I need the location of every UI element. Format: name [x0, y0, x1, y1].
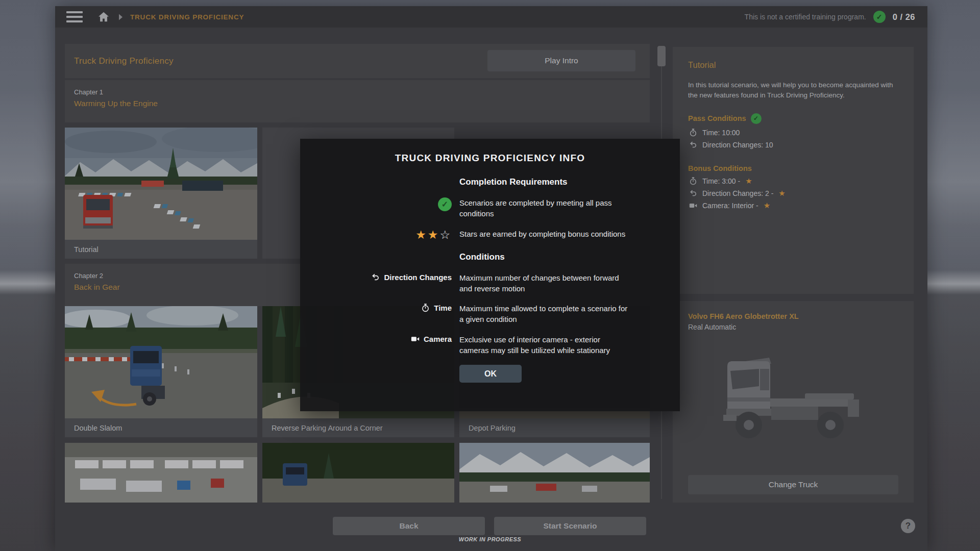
stopwatch-icon [421, 304, 430, 312]
stars-icon: ★★☆ [415, 229, 452, 241]
completion-row-text: Stars are earned by completing bonus con… [459, 229, 628, 241]
condition-label: Time [421, 303, 452, 312]
completion-row-text: Scenarios are completed by meeting all p… [459, 197, 628, 219]
direction-changes-icon [371, 273, 380, 282]
condition-label: Camera [411, 334, 452, 343]
completion-requirements-heading: Completion Requirements [459, 177, 628, 187]
condition-label: Direction Changes [371, 272, 452, 282]
conditions-heading: Conditions [459, 252, 628, 262]
ok-button[interactable]: OK [459, 365, 522, 383]
check-icon: ✓ [438, 197, 452, 211]
modal-title: TRUCK DRIVING PROFICIENCY INFO [300, 153, 680, 164]
condition-text: Maximum time allowed to complete a scena… [459, 303, 628, 325]
condition-text: Maximum number of changes between forwar… [459, 272, 628, 294]
condition-text: Exclusive use of interior camera - exter… [459, 334, 628, 356]
camera-icon [411, 335, 420, 343]
info-modal: TRUCK DRIVING PROFICIENCY INFO Completio… [300, 139, 680, 411]
